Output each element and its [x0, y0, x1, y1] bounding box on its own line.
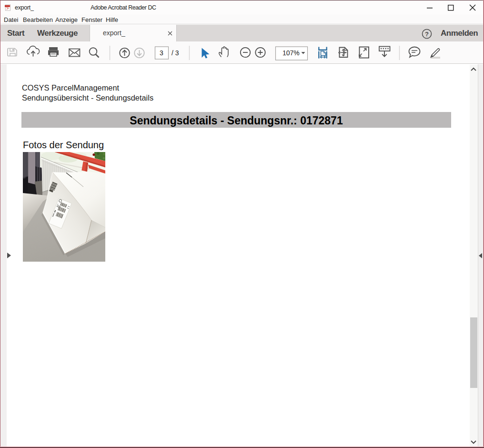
- svg-text:/ 3: / 3: [171, 49, 179, 57]
- svg-text:3: 3: [160, 49, 163, 57]
- svg-text:?: ?: [425, 31, 429, 38]
- svg-text:107%: 107%: [282, 49, 300, 57]
